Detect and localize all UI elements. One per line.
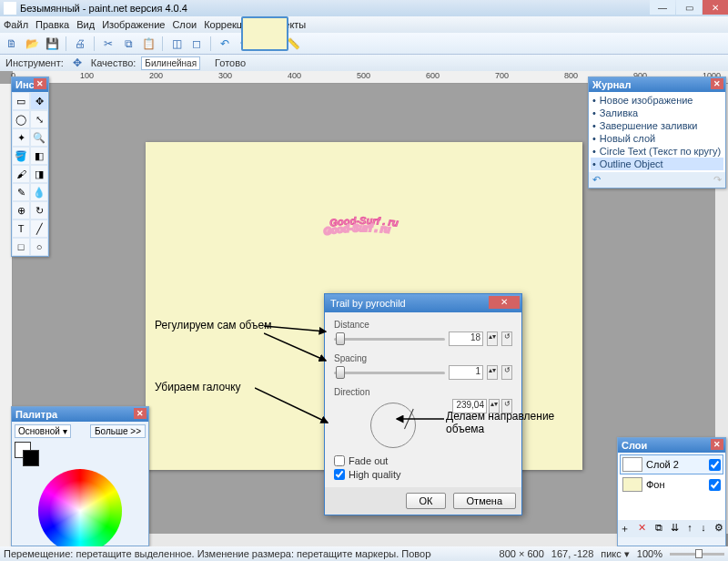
save-icon[interactable]: 💾 xyxy=(44,36,60,52)
close-icon[interactable]: ✕ xyxy=(34,78,46,89)
paste-icon[interactable]: 📋 xyxy=(140,36,157,52)
distance-reset-icon[interactable]: ↺ xyxy=(501,332,512,346)
menu-image[interactable]: Изображение xyxy=(102,19,165,30)
foreground-swatch[interactable] xyxy=(15,442,31,458)
close-button[interactable]: ✕ xyxy=(703,0,728,15)
spacing-spinner[interactable]: ▴▾ xyxy=(487,365,498,380)
deselect-icon[interactable]: ◻ xyxy=(188,36,205,52)
history-item[interactable]: •Заливка xyxy=(591,107,723,119)
annotation-3: Делаем направление объема xyxy=(446,410,564,435)
close-icon[interactable]: ✕ xyxy=(711,78,723,89)
zoom-label[interactable]: 100% xyxy=(637,548,662,559)
crop-icon[interactable]: ◫ xyxy=(168,36,185,52)
rect-tool[interactable]: □ xyxy=(12,238,30,256)
maximize-button[interactable]: ▭ xyxy=(676,0,702,15)
distance-slider[interactable] xyxy=(334,338,445,341)
annotation-1: Регулируем сам объем xyxy=(155,319,282,332)
clone-tool[interactable]: ⊕ xyxy=(12,201,30,219)
down-layer-icon[interactable]: ↓ xyxy=(701,522,706,536)
wand-tool[interactable]: ✦ xyxy=(12,128,30,147)
undo-button[interactable]: ↶ xyxy=(592,174,601,186)
cut-icon[interactable]: ✂ xyxy=(100,36,116,52)
distance-spinner[interactable]: ▴▾ xyxy=(487,332,498,346)
add-layer-icon[interactable]: ＋ xyxy=(620,522,630,536)
line-tool[interactable]: ╱ xyxy=(30,219,48,238)
picker-tool[interactable]: 💧 xyxy=(30,183,48,201)
gradient-tool[interactable]: ◧ xyxy=(30,147,48,165)
layer-row[interactable]: Слой 2 xyxy=(620,454,723,474)
up-layer-icon[interactable]: ↑ xyxy=(687,522,693,536)
spacing-reset-icon[interactable]: ↺ xyxy=(501,365,512,380)
rect-select-tool[interactable]: ▭ xyxy=(12,92,30,110)
background-swatch[interactable] xyxy=(23,450,39,466)
color-wheel[interactable] xyxy=(38,469,122,553)
new-icon[interactable]: 🗎 xyxy=(4,36,20,52)
eraser-tool[interactable]: ◨ xyxy=(30,165,48,183)
direction-label: Direction xyxy=(334,387,512,397)
status-unit[interactable]: пикс ▾ xyxy=(601,548,630,560)
fill-tool[interactable]: 🪣 xyxy=(12,147,30,165)
colors-panel-title[interactable]: Палитра✕ xyxy=(12,407,148,422)
copy-icon[interactable]: ⧉ xyxy=(120,36,136,52)
print-icon[interactable]: 🖨 xyxy=(72,36,88,52)
highquality-checkbox[interactable] xyxy=(334,469,345,480)
open-icon[interactable]: 📂 xyxy=(24,36,40,52)
fadeout-label: Fade out xyxy=(349,455,388,466)
more-button[interactable]: Больше >> xyxy=(90,424,146,438)
quality-dropdown[interactable]: Билинейная xyxy=(141,56,200,70)
history-panel-title[interactable]: Журнал✕ xyxy=(589,77,725,92)
fadeout-checkbox[interactable] xyxy=(334,455,345,466)
distance-label: Distance xyxy=(334,320,512,330)
tool-options-bar: Инструмент: ✥ Качество: Билинейная Готов… xyxy=(0,55,728,71)
recolor-tool[interactable]: ↻ xyxy=(30,201,48,219)
spacing-value[interactable]: 1 xyxy=(449,365,483,380)
svg-line-4 xyxy=(255,388,328,423)
move-sel-tool[interactable]: ⤡ xyxy=(30,110,48,128)
menu-bar: Файл Правка Вид Изображение Слои Коррекц… xyxy=(0,16,728,33)
menu-layers[interactable]: Слои xyxy=(172,19,197,30)
instrument-label: Инструмент: xyxy=(5,57,64,68)
undo-icon[interactable]: ↶ xyxy=(217,36,233,52)
layer-row[interactable]: Фон xyxy=(620,474,723,495)
delete-layer-icon[interactable]: ✕ xyxy=(638,522,646,536)
lasso-tool[interactable]: ◯ xyxy=(12,110,30,128)
arrow-icon xyxy=(255,384,337,430)
history-item[interactable]: •Новый слой xyxy=(591,132,723,145)
history-item[interactable]: •Circle Text (Текст по кругу) xyxy=(591,145,723,158)
history-list[interactable]: •Новое изображение•Заливка•Завершение за… xyxy=(589,92,725,172)
document-thumbnail[interactable] xyxy=(241,16,288,51)
direction-dial[interactable] xyxy=(370,403,416,448)
tools-panel-title[interactable]: Инст...✕ xyxy=(12,77,48,92)
merge-layer-icon[interactable]: ⇊ xyxy=(671,522,679,536)
move-tool-icon[interactable]: ✥ xyxy=(69,55,86,71)
minimize-button[interactable]: — xyxy=(650,0,675,15)
close-icon[interactable]: ✕ xyxy=(489,296,520,309)
layers-list[interactable]: Слой 2Фон xyxy=(618,453,725,520)
color-mode-dropdown[interactable]: Основной ▾ xyxy=(15,424,71,438)
zoom-slider[interactable] xyxy=(670,553,724,556)
layer-props-icon[interactable]: ⚙ xyxy=(714,522,723,536)
spacing-slider[interactable] xyxy=(334,372,445,374)
close-icon[interactable]: ✕ xyxy=(711,439,723,450)
ok-button[interactable]: ОК xyxy=(406,493,447,509)
distance-value[interactable]: 18 xyxy=(449,332,483,346)
shape-tool[interactable]: ○ xyxy=(30,238,48,256)
tools-panel: Инст...✕ ▭ ✥ ◯ ⤡ ✦ 🔍 🪣 ◧ 🖌 ◨ ✎ 💧 ⊕ ↻ T ╱… xyxy=(11,76,49,257)
menu-edit[interactable]: Правка xyxy=(35,19,69,30)
zoom-tool[interactable]: 🔍 xyxy=(30,128,48,147)
history-item[interactable]: •Новое изображение xyxy=(591,94,723,107)
history-item[interactable]: •Завершение заливки xyxy=(591,119,723,132)
cancel-button[interactable]: Отмена xyxy=(453,493,516,509)
menu-file[interactable]: Файл xyxy=(4,19,28,30)
brush-tool[interactable]: 🖌 xyxy=(12,165,30,183)
text-tool[interactable]: T xyxy=(12,219,30,238)
pencil-tool[interactable]: ✎ xyxy=(12,183,30,201)
dialog-title-bar[interactable]: Trail by pyrochild✕ xyxy=(325,294,521,312)
dup-layer-icon[interactable]: ⧉ xyxy=(655,522,662,536)
history-item[interactable]: •Outline Object xyxy=(591,158,723,170)
redo-button[interactable]: ↷ xyxy=(713,174,722,186)
layers-panel-title[interactable]: Слои✕ xyxy=(618,438,725,453)
move-tool[interactable]: ✥ xyxy=(30,92,48,110)
close-icon[interactable]: ✕ xyxy=(134,408,147,419)
menu-view[interactable]: Вид xyxy=(76,19,95,30)
